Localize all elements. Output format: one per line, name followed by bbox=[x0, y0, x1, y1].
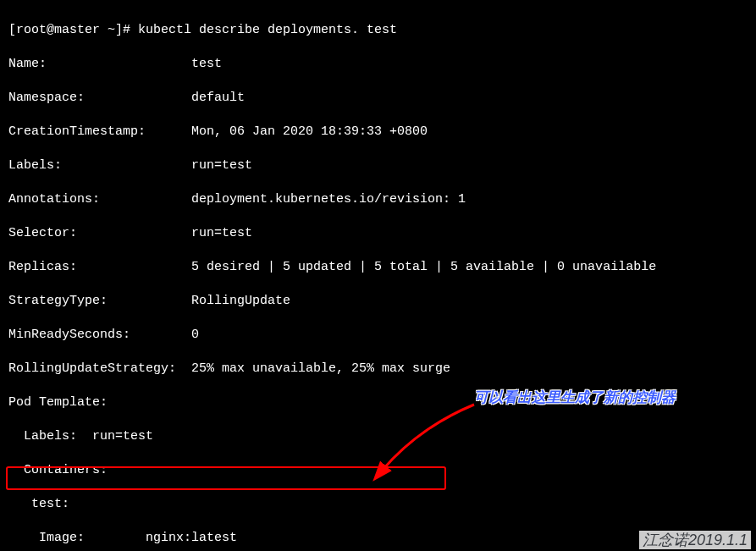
command: kubectl describe deployments. test bbox=[138, 23, 397, 37]
field-labels: Labels: run=test bbox=[8, 157, 748, 174]
field-rolling: RollingUpdateStrategy: 25% max unavailab… bbox=[8, 361, 748, 377]
field-namespace: Namespace: default bbox=[8, 90, 748, 107]
field-minready: MinReadySeconds: 0 bbox=[8, 327, 748, 344]
field-name: Name: test bbox=[8, 56, 748, 73]
field-selector: Selector: run=test bbox=[8, 225, 748, 242]
container-name: test: bbox=[8, 496, 748, 513]
container-image: Image: nginx:latest bbox=[8, 530, 748, 547]
field-strategy: StrategyType: RollingUpdate bbox=[8, 293, 748, 310]
field-replicas: Replicas: 5 desired | 5 updated | 5 tota… bbox=[8, 259, 748, 276]
annotation-text: 可以看出这里生成了新的控制器 bbox=[474, 389, 676, 406]
prompt-line[interactable]: [root@master ~]# kubectl describe deploy… bbox=[8, 22, 748, 39]
watermark: 江念诺2019.1.1 bbox=[639, 531, 751, 549]
field-creation: CreationTimestamp: Mon, 06 Jan 2020 18:3… bbox=[8, 124, 748, 141]
prompt: [root@master ~]# bbox=[8, 23, 138, 37]
containers-header: Containers: bbox=[8, 462, 748, 479]
field-annotations: Annotations: deployment.kubernetes.io/re… bbox=[8, 191, 748, 208]
pod-labels: Labels: run=test bbox=[8, 428, 748, 445]
terminal-output: [root@master ~]# kubectl describe deploy… bbox=[0, 0, 756, 551]
